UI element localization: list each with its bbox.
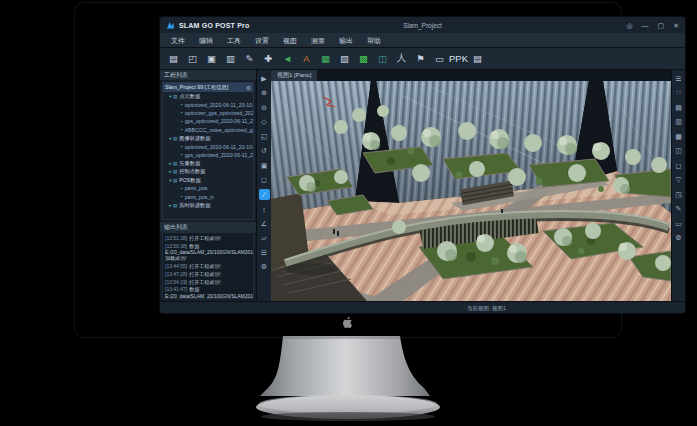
tree-item[interactable]: ▸ ▤ 矢量数据 bbox=[163, 159, 253, 167]
intensity-render-icon[interactable]: ▥ bbox=[673, 117, 684, 128]
trajectory-tool-icon[interactable]: ◫ bbox=[374, 51, 391, 67]
log-timestamp: [13:54:19] bbox=[165, 279, 187, 285]
import-file-icon[interactable]: ▣ bbox=[203, 51, 220, 67]
menu-item[interactable]: 工具 bbox=[220, 33, 248, 48]
tree-item-icon: ▪ bbox=[181, 152, 183, 157]
classify-render-icon[interactable]: ◫ bbox=[673, 146, 684, 157]
resample-grid-icon[interactable]: ▦ bbox=[317, 51, 334, 67]
tree-item-icon: ▪ bbox=[181, 119, 183, 124]
rgb-render-icon[interactable]: ▦ bbox=[673, 131, 684, 142]
ppk-process-icon[interactable]: PPK bbox=[450, 51, 467, 67]
app-title: SLAM GO POST Pro bbox=[179, 22, 249, 29]
tree-item-label: gps_optimized_2020-06-11_20-1... bbox=[185, 118, 253, 124]
tree-item-icon: ▪ bbox=[181, 144, 183, 149]
image-list-icon[interactable]: ▨ bbox=[336, 51, 353, 67]
tree-item[interactable]: ▸ ▤ 实时轨迹数据 bbox=[163, 201, 253, 209]
zoom-out-icon[interactable]: ⊖ bbox=[259, 102, 270, 113]
tree-item[interactable]: ▾ ▤ POS数据 bbox=[163, 176, 253, 184]
menu-item[interactable]: 设置 bbox=[248, 33, 276, 48]
tree-item[interactable]: ▪ optimized_2020-06-11_20-10-0... bbox=[163, 100, 253, 108]
tree-item[interactable]: ▪ optimizer_gps_optimized_2020-0... bbox=[163, 109, 253, 117]
log-list-header: 输出列表 bbox=[160, 222, 256, 232]
tree-item[interactable]: ▪ ABBCCC_noise_optimized_gps_o... bbox=[163, 126, 253, 134]
elevation-render-icon[interactable]: ▤ bbox=[673, 102, 684, 113]
rotate-view-icon[interactable]: ↺ bbox=[259, 146, 270, 157]
tree-item[interactable]: ▾ ▤ 点云数据 bbox=[163, 92, 253, 100]
tree-item-icon: ▪ bbox=[181, 102, 183, 107]
single-color-icon[interactable]: ◻ bbox=[673, 160, 684, 171]
settings-icon[interactable]: ◎ bbox=[626, 22, 632, 29]
menu-item[interactable]: 输出 bbox=[332, 33, 360, 48]
display-settings-icon[interactable]: ⚙ bbox=[259, 262, 270, 273]
tree-root-label: Slam_Project 99 [工程信息] bbox=[165, 84, 246, 91]
panorama-camera-icon[interactable]: ▭ bbox=[431, 51, 448, 67]
menu-item[interactable]: 测量 bbox=[304, 33, 332, 48]
measure-height-icon[interactable]: ↕ bbox=[259, 204, 270, 215]
minimize-button[interactable]: — bbox=[642, 22, 649, 29]
tree-item[interactable]: ▪ pano_pos bbox=[163, 184, 253, 192]
measure-distance-icon[interactable]: ∕ bbox=[259, 189, 270, 200]
log-message: 打开工程成功! bbox=[189, 271, 220, 277]
log-message: 打开工程成功! bbox=[189, 279, 220, 285]
tree-item-label: gps_optimized_2020-06-11_20-1... bbox=[185, 152, 253, 158]
measure-area-icon[interactable]: ▱ bbox=[259, 233, 270, 244]
front-view-icon[interactable]: ◻ bbox=[259, 175, 270, 186]
top-view-icon[interactable]: ▣ bbox=[259, 160, 270, 171]
select-tool-icon[interactable]: ▶ bbox=[259, 73, 270, 84]
pan-tool-icon[interactable]: ◇ bbox=[259, 117, 270, 128]
tree-item-label: 控制点数据 bbox=[179, 168, 205, 175]
menu-item[interactable]: 编辑 bbox=[192, 33, 220, 48]
tree-item[interactable]: ▪ gps_optimized_2020-06-11_20-1... bbox=[163, 151, 253, 159]
tree-item-label: pano_pos_rt bbox=[185, 194, 214, 200]
tree-item-label: 点云数据 bbox=[179, 93, 200, 100]
tree-item[interactable]: ▸ ▤ 控制点数据 bbox=[163, 168, 253, 176]
menu-item[interactable]: 视图 bbox=[276, 33, 304, 48]
tree-item-icon: ▪ bbox=[181, 186, 183, 191]
report-view-icon[interactable]: ▤ bbox=[469, 51, 486, 67]
tree-item-label: pano_pos bbox=[185, 185, 208, 191]
layer-list-icon[interactable]: ☰ bbox=[673, 73, 684, 84]
tree-item-icon: ▤ bbox=[173, 94, 177, 99]
view-toolbar-left: ▶⊕⊖◇◱↺▣◻∕↕∠▱☰⚙ bbox=[257, 70, 271, 301]
zoom-in-icon[interactable]: ⊕ bbox=[259, 88, 270, 99]
app-logo-icon bbox=[166, 21, 175, 30]
close-button[interactable]: ✕ bbox=[673, 22, 679, 29]
tree-item-label: ABBCCC_noise_optimized_gps_o... bbox=[185, 127, 253, 133]
tree-item[interactable]: ▪ gps_optimized_2020-06-11_20-1... bbox=[163, 117, 253, 125]
viewport-tab[interactable]: 视图1 [Pano] bbox=[271, 70, 317, 81]
save-project-icon[interactable]: ▥ bbox=[222, 51, 239, 67]
new-project-icon[interactable]: ▤ bbox=[165, 51, 182, 67]
edit-tool-icon[interactable]: ✎ bbox=[241, 51, 258, 67]
pedestrian-mode-icon[interactable]: 人 bbox=[393, 51, 410, 67]
camera-sync-icon[interactable]: ▭ bbox=[673, 218, 684, 229]
clip-box-icon[interactable]: ◳ bbox=[673, 189, 684, 200]
pointcloud-viewport[interactable] bbox=[271, 81, 671, 301]
colorize-tool-icon[interactable]: ▩ bbox=[355, 51, 372, 67]
log-timestamp: [13:47:28] bbox=[165, 271, 187, 277]
tree-item-label: optimized_2020-06-11_20-10-0... bbox=[185, 102, 253, 108]
profile-tool-icon[interactable]: ☰ bbox=[259, 247, 270, 258]
menu-item[interactable]: 帮助 bbox=[360, 33, 388, 48]
tree-item[interactable]: ▪ optimized_2020-06-11_20-10-09... bbox=[163, 142, 253, 150]
measure-angle-icon[interactable]: ∠ bbox=[259, 218, 270, 229]
tree-root-item[interactable]: Slam_Project 99 [工程信息] ⚙ bbox=[163, 83, 253, 92]
menu-item[interactable]: 文件 bbox=[164, 33, 192, 48]
viewport-tab-strip: 视图1 [Pano] bbox=[271, 70, 671, 81]
filter-tool-icon[interactable]: ▽ bbox=[673, 175, 684, 186]
log-message: 打开工程成功! bbox=[189, 263, 220, 269]
text-annotation-icon[interactable]: A bbox=[298, 51, 315, 67]
tree-item-label: 图像轨迹数据 bbox=[179, 135, 210, 142]
maximize-button[interactable]: ▢ bbox=[658, 22, 665, 29]
view-settings-icon[interactable]: ⚙ bbox=[673, 233, 684, 244]
gear-icon[interactable]: ⚙ bbox=[246, 85, 251, 91]
project-panel: 工程列表 Slam_Project 99 [工程信息] ⚙ ▾ ▤ bbox=[160, 70, 257, 301]
flag-tool-icon[interactable]: ⚑ bbox=[412, 51, 429, 67]
point-display-icon[interactable]: ∷ bbox=[673, 88, 684, 99]
tree-item[interactable]: ▾ ▤ 图像轨迹数据 bbox=[163, 134, 253, 142]
import-pointcloud-icon[interactable]: ◄ bbox=[279, 51, 296, 67]
annotate-tool-icon[interactable]: ✎ bbox=[673, 204, 684, 215]
fit-view-icon[interactable]: ◱ bbox=[259, 131, 270, 142]
open-project-icon[interactable]: ◰ bbox=[184, 51, 201, 67]
brush-tool-icon[interactable]: ✚ bbox=[260, 51, 277, 67]
tree-item[interactable]: ▪ pano_pos_rt bbox=[163, 193, 253, 201]
